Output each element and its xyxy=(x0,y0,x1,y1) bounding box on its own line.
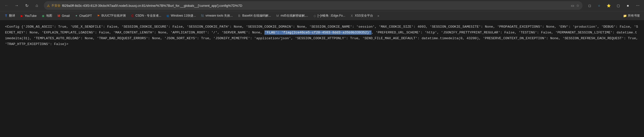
bookmark-youtube-label: YouTube xyxy=(25,14,37,18)
home-button[interactable]: ⌂ xyxy=(32,1,41,10)
profile-button[interactable]: ○ xyxy=(595,1,604,10)
address-bar[interactable]: ⚠ 不安全 f829a0ff-8d3c-43f3-812f-39cbcf47aa… xyxy=(44,1,582,10)
back-button[interactable]: ← xyxy=(2,1,11,10)
bookmark-md5[interactable]: M md5在线解密破解,... xyxy=(273,13,310,19)
bookmark-csdn-label: CSDN - 专业发者... xyxy=(135,14,161,18)
navbar: ← → ↻ ⌂ ⚠ 不安全 f829a0ff-8d3c-43f3-812f-39… xyxy=(0,0,644,11)
content-area: <Config {'JSON_AS_ASCII': True, 'USE_X_S… xyxy=(0,20,644,137)
bookmark-vmware[interactable]: 知 vmware tools 失效... xyxy=(198,13,235,19)
nav-right-icons: ◻ ○ ⭐ ▢ ■ ⋯ xyxy=(585,1,642,10)
bookmarks-bar: T 翻译 ▶ YouTube ◉ 地图 M Gmail ✦ ChatGPT ⚑ … xyxy=(0,11,644,20)
collections-button[interactable]: ▢ xyxy=(614,1,623,10)
bookmark-vmware-label: vmware tools 失效... xyxy=(205,14,233,18)
bookmark-ditu-label: 地图 xyxy=(46,14,52,18)
bookmark-csdn[interactable]: C CSDN - 专业发者... xyxy=(128,13,163,19)
bookmark-xss-label: XSS安全平台 xyxy=(355,14,373,18)
forward-button[interactable]: → xyxy=(12,1,21,10)
bookmark-gmail-label: Gmail xyxy=(62,14,70,18)
cast-icon[interactable]: ▭ xyxy=(571,4,574,8)
bookmark-buuctf-label: BUUCTF在线评测 xyxy=(102,14,126,18)
buuctf-icon: ⚑ xyxy=(97,14,101,18)
ditu-icon: ◉ xyxy=(41,14,45,18)
xss-icon: X xyxy=(350,14,354,18)
bookmark-buuctf[interactable]: ⚑ BUUCTF在线评测 xyxy=(95,13,128,19)
md5-icon: M xyxy=(275,14,280,18)
bookmark-md5-label: md5在线解密破解,... xyxy=(281,14,308,18)
address-icons: ▭ ☆ xyxy=(571,4,579,8)
browser-essentials-button[interactable]: ■ xyxy=(623,1,632,10)
bookmark-youtube[interactable]: ▶ YouTube xyxy=(18,13,39,19)
bookmark-win11-label: Windows 11快捷... xyxy=(171,14,196,18)
config-output: <Config {'JSON_AS_ASCII': True, 'USE_X_S… xyxy=(5,24,639,47)
favorites-button[interactable]: ⭐ xyxy=(604,1,613,10)
csdn-icon: C xyxy=(130,14,134,18)
security-label: 不安全 xyxy=(51,4,60,8)
bookmark-base64[interactable]: B Base64 在线编码解... xyxy=(235,13,273,19)
vmware-icon: 知 xyxy=(200,14,204,18)
bookmark-chatgpt[interactable]: ✦ ChatGPT xyxy=(72,13,94,19)
folder-icon: 📁 xyxy=(623,14,627,18)
bookmark-base64-label: Base64 在线编码解... xyxy=(242,14,271,18)
bookmark-fanyi-label: 翻译 xyxy=(9,14,15,18)
bookmark-jiao[interactable]: ◇ [~]#棱角 ::Edge.Fo... xyxy=(311,13,347,19)
bookmark-folder-label: 所有书签 xyxy=(628,14,640,18)
base64-icon: B xyxy=(237,14,241,18)
url-display: f829a0ff-8d3c-43f3-812f-39cbcf47aa5f.nod… xyxy=(62,4,569,8)
flag-value: 'FLAG': 'flag{2ce46ce5-cf20-4503-8dd3-a3… xyxy=(264,30,372,35)
bookmark-fanyi[interactable]: T 翻译 xyxy=(2,13,17,19)
settings-button[interactable]: ⋯ xyxy=(633,1,642,10)
chatgpt-icon: ✦ xyxy=(74,14,78,18)
bookmark-gmail[interactable]: M Gmail xyxy=(55,13,72,19)
star-icon[interactable]: ☆ xyxy=(576,4,579,8)
refresh-button[interactable]: ↻ xyxy=(22,1,31,10)
win11-icon: ⊞ xyxy=(166,14,170,18)
youtube-icon: ▶ xyxy=(20,14,24,18)
jiao-icon: ◇ xyxy=(313,14,317,18)
bookmark-chatgpt-label: ChatGPT xyxy=(79,14,92,18)
bookmark-jiao-label: [~]#棱角 ::Edge.Fo... xyxy=(318,14,345,18)
bookmark-more-button[interactable]: » xyxy=(376,13,381,19)
gmail-icon: M xyxy=(57,14,61,18)
bookmark-more-label: » xyxy=(378,14,379,18)
extensions-button[interactable]: ◻ xyxy=(585,1,594,10)
bookmark-xss[interactable]: X XSS安全平台 xyxy=(348,13,375,19)
fanyi-icon: T xyxy=(4,14,8,18)
bookmark-ditu[interactable]: ◉ 地图 xyxy=(39,13,54,19)
bookmark-all-folder[interactable]: 📁 所有书签 xyxy=(621,13,642,19)
security-warning-icon: ⚠ xyxy=(47,4,50,8)
bookmark-win11[interactable]: ⊞ Windows 11快捷... xyxy=(164,13,198,19)
